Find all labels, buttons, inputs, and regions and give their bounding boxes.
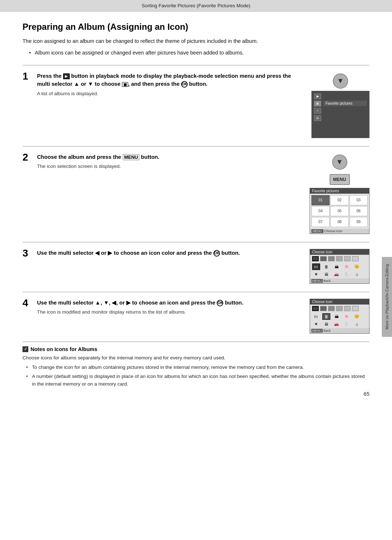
screen2-cell-09: 09 — [350, 217, 368, 227]
screen2-cell-02: 02 — [330, 195, 348, 205]
step-1-note: A list of albums is displayed. — [37, 90, 304, 97]
page-number: 65 — [364, 391, 369, 397]
step-3-number: 3 — [23, 247, 36, 259]
step-2-text-col: Choose the album and press the MENU butt… — [37, 153, 302, 170]
screen2-cell-06: 06 — [350, 206, 368, 216]
screen3-icon-row-1: 01 🗑 🏔 🌸 😊 — [312, 263, 367, 270]
header-text: Sorting Favorite Pictures (Favorite Pict… — [142, 3, 250, 8]
main-content: Preparing an Album (Assigning an Icon) T… — [0, 12, 392, 404]
menu-button-image: MENU — [330, 174, 350, 185]
screen1-row-date: ▦ — [314, 115, 367, 121]
screen1-date-icon: ▦ — [314, 115, 321, 121]
icon-cell-num: 01 — [312, 263, 320, 270]
screen2-cell-07: 07 — [311, 217, 330, 227]
s4-swatch-5 — [344, 306, 351, 311]
icon-cell-car: 🚗 — [332, 271, 340, 278]
s4-swatch-4 — [336, 306, 343, 311]
step-2-image-col: ▼ MENU Favorite pictures 01 02 03 04 05 — [310, 153, 369, 234]
step-2-screen: Favorite pictures 01 02 03 04 05 06 07 0… — [310, 188, 369, 234]
step-4: 4 Use the multi selector ▲, ▼, ◀, or ▶ t… — [23, 299, 369, 334]
screen3-icon-row-2: ★ 🏛 🚗 🍴 ♫ — [312, 271, 367, 278]
screen2-cell-05: 05 — [330, 206, 348, 216]
step-2-text: Choose the album and press the MENU butt… — [37, 153, 302, 161]
screen2-menu-label: MENU — [311, 229, 323, 233]
s4-icon-cell-num: 01 — [312, 313, 320, 320]
notes-title-text: Notes on Icons for Albums — [30, 346, 97, 352]
step-2-arrow: ▼ — [332, 154, 347, 170]
screen4-icon-row-1: 01 🗑 🏔 🌸 😊 — [312, 313, 367, 320]
screen4-icon-grid: 01 🗑 🏔 🌸 😊 ★ 🏛 🚗 — [310, 312, 369, 328]
screen1-auto-icon: A — [314, 108, 321, 114]
page-title: Preparing an Album (Assigning an Icon) — [23, 22, 369, 32]
icon-cell-trash: 🗑 — [322, 263, 330, 270]
screen2-header: Favorite pictures — [310, 188, 369, 194]
divider-4 — [23, 292, 369, 292]
screen3-header: Choose icon — [310, 249, 369, 255]
menu-label: MENU — [123, 154, 139, 160]
header-bar: Sorting Favorite Pictures (Favorite Pict… — [0, 0, 392, 12]
s4-icon-cell-building: 🏛 — [322, 321, 330, 327]
step-1-content-row: Press the ▶ button in playback mode to d… — [37, 72, 369, 138]
step-4-content-row: Use the multi selector ▲, ▼, ◀, or ▶ to … — [37, 299, 369, 334]
icon-cell-music: ♫ — [353, 271, 361, 278]
step-3-text-col: Use the multi selector ◀ or ▶ to choose … — [37, 249, 302, 259]
screen4-colorbar — [310, 305, 369, 312]
step-2: 2 Choose the album and press the MENU bu… — [23, 153, 369, 234]
step-3-image-col: Choose icon — [310, 249, 369, 284]
screen2-footer: MENU Choose icon — [310, 229, 369, 234]
step-4-screen: Choose icon 01 — [310, 299, 369, 334]
step-1-image-col: ▼ ▶ ▦ Favorite pictures — [311, 72, 369, 138]
screen3-colorbar — [310, 255, 369, 262]
step-1-arrow: ▼ — [333, 73, 348, 89]
step-4-text-col: Use the multi selector ▲, ▼, ◀, or ▶ to … — [37, 299, 302, 316]
step-1-text-col: Press the ▶ button in playback mode to d… — [37, 72, 304, 97]
step-3: 3 Use the multi selector ◀ or ▶ to choos… — [23, 249, 369, 284]
step-1: 1 Press the ▶ button in playback mode to… — [23, 72, 369, 138]
icon-cell-mountain: 🏔 — [332, 263, 340, 270]
screen1-fav-icon: ▦ — [314, 101, 321, 106]
s4-icon-cell-flower: 🌸 — [343, 313, 351, 320]
bullet-item-1: Album icons can be assigned or changed e… — [29, 49, 369, 57]
screen1-row-auto: A — [314, 108, 367, 114]
notes-intro: Choose icons for albums separately for t… — [23, 354, 369, 362]
s4-swatch-2 — [320, 306, 327, 311]
step-2-note: The icon selection screen is displayed. — [37, 163, 302, 170]
bullet-list: Album icons can be assigned or changed e… — [23, 49, 369, 57]
screen2-cell-08: 08 — [330, 217, 348, 227]
screen4-footer: MENU Back — [310, 328, 369, 333]
step-1-text: Press the ▶ button in playback mode to d… — [37, 72, 304, 88]
step-3-body: Use the multi selector ◀ or ▶ to choose … — [36, 249, 369, 284]
swatch-6 — [352, 256, 359, 261]
notes-section: ✓ Notes on Icons for Albums Choose icons… — [23, 342, 369, 388]
divider-3 — [23, 242, 369, 242]
s4-icon-cell-star: ★ — [312, 321, 320, 327]
side-tab: More on Playback/In-Camera Editing — [382, 257, 392, 337]
side-tab-text: More on Playback/In-Camera Editing — [385, 264, 389, 330]
screen4-header: Choose icon — [310, 299, 369, 305]
screen4-icon-row-2: ★ 🏛 🚗 🍴 ♫ — [312, 321, 367, 327]
notes-title: ✓ Notes on Icons for Albums — [23, 346, 369, 352]
swatch-selected — [312, 256, 319, 261]
screen2-cell-04: 04 — [311, 206, 330, 216]
s4-swatch-6 — [352, 306, 359, 311]
step-3-screen: Choose icon — [310, 249, 369, 284]
screen3-icon-grid: 01 🗑 🏔 🌸 😊 ★ 🏛 🚗 — [310, 262, 369, 278]
icon-cell-flower: 🌸 — [343, 263, 351, 270]
step3-ok-icon: OK — [213, 250, 220, 257]
step-1-screen: ▶ ▦ Favorite pictures A — [311, 91, 369, 138]
s4-icon-cell-trash: 🗑 — [322, 313, 330, 320]
icon-cell-face: 😊 — [353, 263, 361, 270]
s4-swatch-3 — [328, 306, 335, 311]
step-2-content-row: Choose the album and press the MENU butt… — [37, 153, 369, 234]
step-4-body: Use the multi selector ▲, ▼, ◀, or ▶ to … — [36, 299, 369, 334]
screen1-row-play: ▶ — [314, 93, 367, 99]
s4-icon-cell-music: ♫ — [353, 321, 361, 327]
swatch-2 — [320, 256, 327, 261]
step-4-number: 4 — [23, 297, 36, 309]
screen2-cell-03: 03 — [350, 195, 368, 205]
screen2-grid: 01 02 03 04 05 06 07 08 09 — [310, 194, 369, 229]
step-2-number: 2 — [23, 152, 36, 163]
swatch-3 — [328, 256, 335, 261]
screen3-menu-label: MENU — [311, 279, 323, 283]
s4-icon-cell-car: 🚗 — [332, 321, 340, 327]
